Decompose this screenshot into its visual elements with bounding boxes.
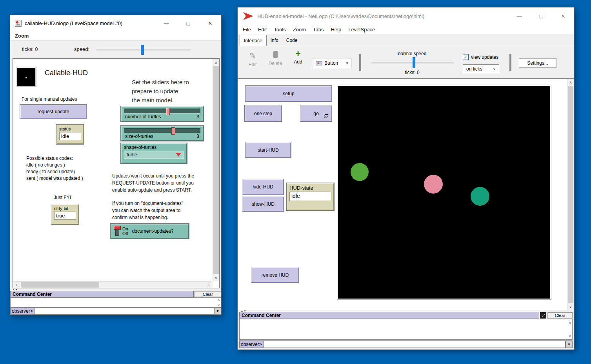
minimize-button[interactable]: — [508,7,530,25]
command-input[interactable] [35,308,214,315]
scroll-right-icon[interactable]: › [206,282,212,288]
switch-knob[interactable] [114,226,121,230]
size-of-turtles-slider[interactable]: size-of-turtles 3 [121,126,204,141]
go-button[interactable]: go [300,105,332,121]
menu-tools[interactable]: Tools [270,27,289,33]
status-monitor: status idle [56,125,84,144]
menu-help[interactable]: Help [327,27,345,33]
document-updates-switch[interactable]: On Off document-updates? [111,224,189,239]
abc-widget-icon: abc [316,61,322,65]
edit-tool[interactable]: ✎ Edit [245,51,260,67]
scroll-down-icon[interactable]: ∨ [567,304,574,309]
chooser-field[interactable]: turtle [124,151,184,159]
widget-type-dropdown[interactable]: abc Button ▼ [313,58,351,68]
maximize-button[interactable]: □ [530,7,552,25]
view-updates-checkbox[interactable]: ✓ view updates [463,54,498,60]
pencil-icon: ✎ [249,51,256,60]
tab-interface[interactable]: Interface [240,35,267,46]
output-scroll-down-icon[interactable]: ∨ [568,333,571,339]
right-window-title: HUD-enabled-model - NetLogo {C:\Users\wa… [257,13,424,19]
tab-code[interactable]: Code [282,35,302,46]
setup-button[interactable]: setup [245,86,332,101]
left-window-title: callable-HUD.nlogo (LevelSpace model #0) [25,20,122,26]
minimize-button[interactable]: — [155,15,177,31]
interface-vscrollbar[interactable]: ∧ ∨ [567,79,574,310]
right-menubar: File Edit Tools Zoom Tabs Help LevelSpac… [238,25,574,35]
left-menubar: Zoom [10,31,221,41]
menu-zoom[interactable]: Zoom [11,33,32,39]
scroll-down-icon[interactable]: ∨ [213,275,219,281]
hscroll-thumb[interactable] [21,282,99,288]
hud-state-monitor: HUD-state idle [287,183,334,210]
menu-zoom[interactable]: Zoom [289,27,309,33]
checkbox-icon[interactable]: ✓ [463,54,469,60]
hud-view-preview [16,67,36,87]
switch-toggle[interactable] [114,226,122,237]
add-tool[interactable]: + Add [291,49,305,65]
menu-file[interactable]: File [239,27,255,33]
clear-button[interactable]: Clear [547,312,573,319]
update-mode-value: on ticks [466,66,482,72]
close-button[interactable]: ✕ [199,15,221,31]
vscroll-thumb[interactable] [213,66,219,274]
delete-tool-label: Delete [266,61,285,66]
model-canvas: Callable-HUD For single manual updates r… [13,59,213,281]
tab-info[interactable]: Info [267,35,282,46]
output-scroll-up-icon[interactable]: ∧ [217,298,220,302]
right-command-center-header: Command Center [239,312,539,319]
history-dropdown-button[interactable]: ▼ [566,340,573,348]
one-step-button[interactable]: one step [245,105,282,121]
number-of-turtles-slider[interactable]: number-of-turtles 3 [121,106,204,121]
right-titlebar[interactable]: HUD-enabled-model - NetLogo {C:\Users\wa… [238,7,574,25]
maximize-button[interactable]: □ [177,15,199,31]
close-button[interactable]: ✕ [552,7,574,25]
interface-canvas: setup one step go start-HUD hide-HUD sho… [238,79,568,310]
forever-icon [324,113,329,118]
clear-button[interactable]: Clear [195,291,221,297]
ticks-counter: ticks: 0 [22,46,38,52]
output-scroll-down-icon[interactable]: ∨ [217,303,220,307]
model-vscrollbar[interactable]: ∧ ∨ [213,59,219,281]
dirty-bit-monitor: dirty-bit true [51,204,79,225]
switch-label: document-updates? [132,228,174,234]
start-hud-button[interactable]: start-HUD [245,142,291,158]
speed-slider[interactable] [96,49,191,51]
popout-icon[interactable]: ⤢ [540,312,546,319]
update-mode-dropdown[interactable]: on ticks ∨ [463,64,499,73]
scroll-up-icon[interactable]: ∧ [567,80,574,85]
toolbar-separator [509,54,511,71]
request-update-button[interactable]: request-update [20,105,87,119]
main-speed-slider[interactable] [371,62,454,63]
chooser-dropdown-icon [176,153,181,157]
main-speed-slider-handle[interactable] [413,57,415,68]
menu-edit[interactable]: Edit [255,27,270,33]
slider-track[interactable] [124,128,200,133]
output-scroll-up-icon[interactable]: ∧ [568,320,571,325]
left-command-output: ∧ ∨ [10,297,221,308]
left-titlebar[interactable]: callable-HUD.nlogo (LevelSpace model #0)… [10,15,221,31]
model-hscrollbar[interactable]: ‹ › [13,281,213,288]
show-hud-button[interactable]: show-HUD [242,196,284,212]
scroll-left-icon[interactable]: ‹ [14,282,19,288]
netlogo-main-window: HUD-enabled-model - NetLogo {C:\Users\wa… [237,7,575,350]
left-command-center-header: Command Center [10,291,194,297]
settings-button[interactable]: Settings... [519,58,556,68]
turtle-circle [424,175,443,194]
command-input[interactable] [264,340,566,348]
speed-slider-handle[interactable] [141,45,144,55]
view-updates-label: view updates [471,54,498,60]
delete-tool[interactable]: Delete [266,51,285,66]
observer-prompt: observer> [10,308,35,315]
remove-hud-button[interactable]: remove HUD [251,267,299,283]
levelspace-model-window: callable-HUD.nlogo (LevelSpace model #0)… [10,15,222,315]
shape-of-turtles-chooser[interactable]: shape-of-turtles turtle [121,143,187,163]
hide-hud-button[interactable]: hide-HUD [242,179,284,195]
scroll-up-icon[interactable]: ∧ [213,60,219,65]
slider-track[interactable] [124,109,200,114]
menu-tabs[interactable]: Tabs [309,27,327,33]
switch-off-label: Off [122,231,128,236]
toolbar-separator [359,54,361,71]
history-dropdown-button[interactable]: ▼ [214,308,221,315]
menu-levelspace[interactable]: LevelSpace [345,27,378,33]
vscroll-thumb[interactable] [568,86,573,303]
